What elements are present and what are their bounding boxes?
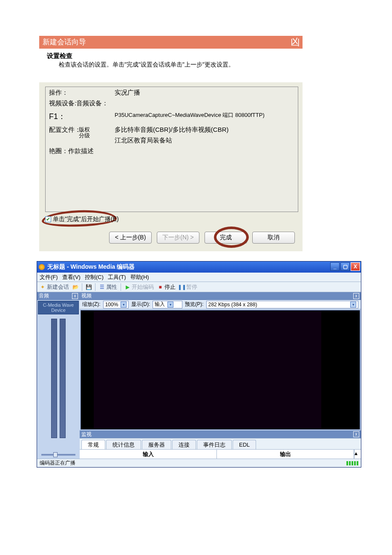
pause-icon: ❚❚ [179, 284, 185, 290]
video-preview [81, 310, 360, 430]
status-bar: 编码器正在广播 [37, 459, 361, 467]
status-text: 编码器正在广播 [40, 459, 75, 467]
checkbox-label: 单击"完成"后开始广播(E) [53, 215, 119, 223]
close-button[interactable]: X [351, 262, 360, 271]
value-f1: P35UCameraCaptureC~MediaWaveDevice 端口 80… [115, 111, 294, 122]
label-iris: 艳圈：作款描述 [49, 147, 115, 155]
toolbar: ✦ 新建会话 📂 💾 ☰ 属性 ▶ 开始编码 ■ 停止 ❚❚ 暂停 [37, 282, 361, 292]
menu-control[interactable]: 控制(C) [85, 273, 104, 281]
next-button: 下一步(N) > [157, 232, 199, 244]
annotation-circle-finish [214, 227, 249, 248]
monitor-title-bar: 监视 x [80, 430, 361, 438]
video-pane-close-icon[interactable]: x [353, 293, 359, 299]
video-pane: 视频 x 缩放(Z): 100% ▾ 显示(D): 输入 ▾ 预览(P): 28… [80, 292, 361, 459]
wizard-body: 操作： 实况广播 视频设备:音频设备： F1： P35UCameraCaptur… [39, 82, 303, 251]
tab-connection[interactable]: 连接 [172, 440, 196, 449]
video-pane-title: 视频 [81, 292, 92, 299]
chevron-down-icon: ▾ [121, 302, 127, 308]
tab-server[interactable]: 服务器 [142, 440, 171, 449]
encoder-window: 无标题 - Windows Media 编码器 _ ▢ X 文件(F) 查看(V… [37, 261, 361, 468]
zoom-label: 缩放(Z): [82, 301, 101, 308]
start-broadcast-checkbox[interactable]: ✔ 单击"完成"后开始广播(E) [45, 215, 119, 223]
value-operation: 实况广播 [115, 89, 294, 97]
wizard-dialog: 新建会话向导 凶 设置检查 检查该会话的设置。单击"完成"设置会话或单击"上一步… [39, 36, 303, 251]
chevron-down-icon: ▾ [350, 302, 356, 308]
menu-help[interactable]: 帮助(H) [130, 273, 149, 281]
properties-button[interactable]: ☰ 属性 [99, 283, 117, 291]
open-icon[interactable]: 📂 [72, 284, 78, 290]
new-session-button[interactable]: ✦ 新建会话 [40, 283, 69, 291]
stop-button[interactable]: ■ 停止 [157, 283, 176, 291]
audio-pane-title: 音频 [39, 292, 49, 299]
tab-general[interactable]: 常规 [81, 440, 105, 449]
cancel-button[interactable]: 取消 [252, 232, 295, 244]
wizard-button-row: < 上一步(B) 下一步(N) > 完成 取消 [39, 225, 298, 246]
signal-bars-icon [346, 461, 358, 465]
minimize-button[interactable]: _ [330, 262, 340, 271]
start-encoding-button[interactable]: ▶ 开始编码 [124, 283, 154, 291]
label-devices: 视频设备:音频设备： [49, 99, 115, 107]
audio-slider[interactable] [37, 451, 80, 459]
encoder-title-bar: 无标题 - Windows Media 编码器 _ ▢ X [37, 262, 361, 273]
menu-tools[interactable]: 工具(T) [108, 273, 126, 281]
scroll-up-icon[interactable]: ▴ [354, 450, 361, 459]
preview-label: 预览(P): [185, 301, 203, 308]
stop-icon: ■ [157, 284, 163, 290]
properties-icon: ☰ [99, 284, 105, 290]
audio-pane-close-icon[interactable]: x [72, 293, 78, 299]
back-button[interactable]: < 上一步(B) [109, 232, 152, 244]
audio-device-label: C-Media Wave Device [38, 301, 79, 314]
wizard-heading: 设置检查 [47, 52, 298, 60]
label-f1: F1： [49, 111, 115, 122]
wizard-title: 新建会话向导 [43, 38, 86, 46]
encoder-body: 音频 x C-Media Wave Device 视频 x 缩放(Z): 100… [37, 292, 361, 459]
io-output-header: 输出 [217, 450, 354, 459]
checkbox-icon: ✔ [45, 216, 51, 222]
value-organization: 江北区教育局装备站 [115, 137, 294, 145]
summary-box: 操作： 实况广播 视频设备:音频设备： F1： P35UCameraCaptur… [45, 87, 298, 212]
chevron-down-icon: ▾ [167, 302, 173, 308]
wizard-header: 设置检查 检查该会话的设置。单击"完成"设置会话或单击"上一步"更改设置。 [39, 49, 303, 70]
audio-meter-right [60, 319, 66, 438]
io-input-header: 输入 [80, 450, 217, 459]
wizard-subheading: 检查该会话的设置。单击"完成"设置会话或单击"上一步"更改设置。 [47, 61, 298, 69]
audio-pane: 音频 x C-Media Wave Device [37, 292, 80, 459]
video-controls: 缩放(Z): 100% ▾ 显示(D): 输入 ▾ 预览(P): 282 Kbp… [80, 300, 361, 309]
monitor-tabs: 常规 统计信息 服务器 连接 事件日志 EDL [80, 438, 361, 449]
tab-stats[interactable]: 统计信息 [106, 440, 141, 449]
audio-pane-title-bar: 音频 x [37, 292, 80, 300]
value-profile: 多比特率音频(CBR)/多比特率视频(CBR) [115, 126, 294, 134]
preview-combo[interactable]: 282 Kbps (384 x 288) ▾ [206, 301, 358, 308]
play-icon: ▶ [124, 284, 130, 290]
pause-button[interactable]: ❚❚ 暂停 [179, 283, 197, 291]
tab-edl[interactable]: EDL [233, 440, 256, 449]
display-combo[interactable]: 输入 ▾ [153, 301, 182, 308]
close-icon[interactable]: 凶 [290, 37, 301, 48]
menu-view[interactable]: 查看(V) [62, 273, 81, 281]
display-label: 显示(D): [131, 301, 150, 308]
sparkle-icon: ✦ [40, 284, 46, 290]
monitor-title: 监视 [81, 431, 92, 438]
audio-meter-left [51, 319, 57, 438]
zoom-combo[interactable]: 100% ▾ [103, 301, 129, 308]
encoder-title: 无标题 - Windows Media 编码器 [47, 263, 135, 271]
wizard-title-bar: 新建会话向导 凶 [39, 36, 303, 49]
menu-file[interactable]: 文件(F) [40, 273, 58, 281]
side-terms: 版权 分级 [79, 127, 90, 139]
audio-meters [37, 315, 80, 451]
video-pane-title-bar: 视频 x [80, 292, 361, 300]
menu-bar: 文件(F) 查看(V) 控制(C) 工具(T) 帮助(H) [37, 273, 361, 282]
app-icon [39, 264, 45, 270]
save-icon[interactable]: 💾 [86, 284, 92, 290]
label-operation: 操作： [49, 89, 115, 97]
io-header-row: 输入 输出 ▴ [80, 449, 361, 459]
tab-eventlog[interactable]: 事件日志 [197, 440, 232, 449]
monitor-close-icon[interactable]: x [353, 431, 359, 437]
maximize-button[interactable]: ▢ [340, 262, 350, 271]
